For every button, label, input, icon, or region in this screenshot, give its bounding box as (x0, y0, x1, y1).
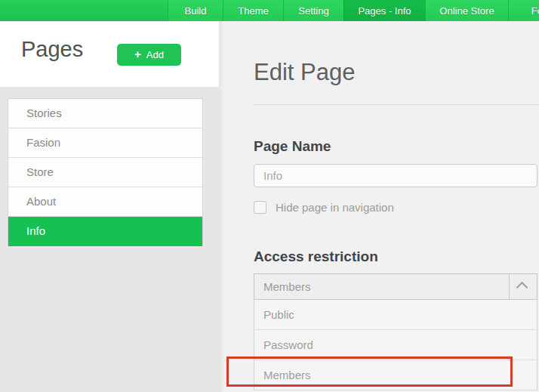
top-nav-bar: Build Theme Setting Pages - Info Online … (0, 0, 539, 21)
hide-page-row[interactable]: Hide page in navigation (254, 201, 394, 214)
tab-theme[interactable]: Theme (223, 0, 283, 21)
sidebar-item-info[interactable]: Info (8, 217, 202, 246)
option-password[interactable]: Password (254, 330, 537, 360)
add-page-button-label: Add (146, 49, 164, 60)
option-members[interactable]: Members (254, 360, 537, 390)
sidebar-item-stories[interactable]: Stories (8, 99, 202, 128)
hide-page-label[interactable]: Hide page in navigation (276, 201, 394, 214)
pages-sidebar: Pages + Add Stories Fasion Store About I… (0, 21, 219, 392)
sidebar-item-store[interactable]: Store (8, 158, 202, 187)
page-name-label: Page Name (254, 138, 331, 155)
access-restriction-select[interactable]: Members (254, 273, 537, 300)
page-list: Stories Fasion Store About Info (8, 98, 203, 246)
sidebar-item-fasion[interactable]: Fasion (8, 128, 202, 158)
tab-setting[interactable]: Setting (283, 0, 343, 21)
sidebar-header: Pages + Add (0, 21, 219, 87)
tab-form[interactable]: Form (508, 0, 539, 21)
page-name-input[interactable] (254, 164, 537, 187)
sidebar-item-about[interactable]: About (8, 187, 202, 217)
edit-page-panel: Edit Page Page Name Hide page in navigat… (219, 21, 539, 392)
select-toggle-button[interactable] (509, 274, 537, 299)
access-restriction-options: Public Password Members (254, 300, 537, 390)
tab-pages-info[interactable]: Pages - Info (343, 0, 425, 21)
option-public[interactable]: Public (254, 300, 537, 330)
tab-online-store[interactable]: Online Store (425, 0, 508, 21)
select-selected-value: Members (263, 274, 311, 299)
tab-build[interactable]: Build (168, 0, 223, 21)
plus-icon: + (134, 48, 141, 60)
top-nav-tabs: Build Theme Setting Pages - Info Online … (168, 0, 539, 21)
page-title: Edit Page (254, 59, 355, 86)
divider (254, 104, 539, 105)
access-restriction-label: Access restriction (254, 248, 378, 265)
add-page-button[interactable]: + Add (117, 44, 181, 66)
sidebar-title: Pages (21, 37, 83, 62)
hide-page-checkbox[interactable] (254, 201, 266, 214)
chevron-up-icon (516, 282, 528, 294)
